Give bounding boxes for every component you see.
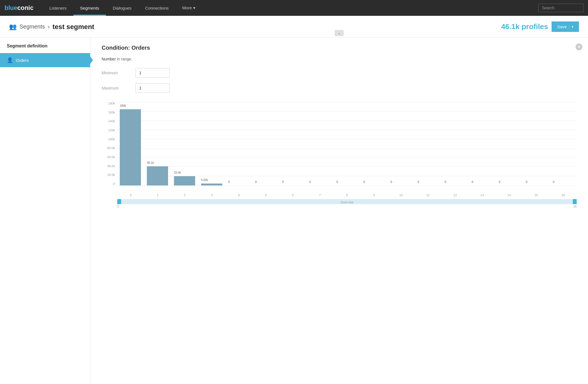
bar-col: 0 [361, 102, 387, 186]
bar-col: 5.02k [198, 102, 225, 186]
x-label: 8 [334, 192, 361, 197]
save-dropdown-arrow[interactable]: ▾ [569, 25, 573, 29]
maximum-row: Maximum [102, 83, 577, 93]
profiles-count: 46.1k profiles [501, 22, 548, 31]
y-label: 120k [108, 129, 115, 132]
nav-item-dialogues[interactable]: Dialogues [106, 0, 138, 16]
bar-value-label: 5.02k [201, 178, 208, 182]
bar-col: 0 [388, 102, 414, 186]
minimum-row: Minimum [102, 68, 577, 78]
bar[interactable]: 5.02k [201, 184, 222, 186]
bar-value-label: 0 [499, 180, 500, 184]
bar[interactable]: 22.4k [174, 176, 195, 186]
close-button[interactable]: ✕ [576, 43, 582, 50]
x-label: 6 [279, 192, 306, 197]
condition-description: Number in range. [102, 57, 577, 61]
bar-col: 0 [225, 102, 252, 186]
x-label: 16 [550, 192, 577, 197]
breadcrumb-current: test segment [53, 23, 94, 31]
bar-value-label: 0 [309, 180, 311, 184]
bar-col: 0 [523, 102, 550, 186]
collapse-button[interactable]: ⌄ [335, 30, 344, 36]
y-label: 20.0k [107, 173, 115, 176]
bar-col: 0 [307, 102, 333, 186]
condition-desc-suffix: in range. [117, 57, 132, 61]
sidebar: Segment definition 👤 Orders [0, 38, 90, 384]
zoom-bar[interactable]: Zoom bar [117, 199, 577, 204]
bar-value-label: 0 [472, 180, 473, 184]
y-label: 0 [113, 182, 115, 186]
zoom-range-labels: 0 16 [117, 205, 577, 208]
zoom-min-label: 0 [117, 205, 119, 208]
bar-value-label: 0 [417, 180, 419, 184]
zoom-bar-container: Zoom bar 0 16 [117, 199, 577, 208]
breadcrumb: 👥 Segments › test segment [9, 23, 501, 31]
segments-icon: 👥 [9, 23, 17, 30]
x-label: 0 [117, 192, 144, 197]
nav-item-segments[interactable]: Segments [73, 0, 106, 16]
bar-col: 0 [252, 102, 279, 186]
bar[interactable]: 182k [120, 109, 141, 186]
x-label: 12 [441, 192, 469, 197]
x-label: 3 [198, 192, 225, 197]
x-label: 2 [171, 192, 198, 197]
bar-value-label: 0 [391, 180, 392, 184]
y-label: 100k [108, 138, 115, 141]
x-axis: 012345678910111213141516 [117, 192, 577, 197]
sidebar-item-orders[interactable]: 👤 Orders [0, 53, 90, 67]
bar-col: 0 [550, 102, 577, 186]
bar-value-label: 0 [553, 180, 555, 184]
y-label: 180k [108, 102, 115, 105]
nav-bar: blueconic Listeners Segments Dialogues C… [0, 0, 588, 16]
x-label: 10 [387, 192, 415, 197]
condition-title: Condition: Orders [102, 45, 577, 51]
bar-value-label: 22.4k [174, 171, 181, 174]
page-header: 👥 Segments › test segment 46.1k profiles… [0, 16, 588, 38]
maximum-input[interactable] [136, 83, 169, 93]
search-input[interactable] [538, 4, 583, 12]
breadcrumb-parent[interactable]: Segments [19, 23, 45, 30]
x-label: 14 [496, 192, 523, 197]
sidebar-item-label: Orders [16, 58, 29, 63]
y-label: 40.0k [107, 165, 115, 168]
bar-value-label: 0 [282, 180, 284, 184]
nav-item-more[interactable]: More ▾ [175, 0, 202, 16]
bar-value-label: 0 [445, 180, 446, 184]
x-label: 13 [469, 192, 496, 197]
sidebar-title: Segment definition [0, 43, 90, 53]
bar-value-label: 0 [336, 180, 338, 184]
nav-item-listeners[interactable]: Listeners [43, 0, 73, 16]
x-label: 15 [523, 192, 550, 197]
zoom-handle-left[interactable] [117, 199, 121, 204]
save-button[interactable]: Save ▾ [552, 21, 579, 32]
nav-item-connections[interactable]: Connections [138, 0, 175, 16]
bar-col: 0 [280, 102, 306, 186]
bar-col: 22.4k [171, 102, 198, 186]
maximum-label: Maximum [102, 86, 130, 90]
x-label: 11 [415, 192, 442, 197]
nav-items: Listeners Segments Dialogues Connections… [43, 0, 538, 16]
bar-value-label: 182k [120, 104, 126, 107]
bar-col: 0 [334, 102, 360, 186]
minimum-input[interactable] [136, 68, 169, 78]
y-label: 80.0k [107, 147, 115, 150]
bar-value-label: 0 [228, 180, 230, 184]
logo-conic: conic [17, 4, 33, 12]
logo-blue: blue [5, 4, 17, 12]
bar-col: 46.1k [144, 102, 171, 186]
bar-value-label: 0 [526, 180, 528, 184]
header-right: 46.1k profiles Save ▾ [501, 21, 579, 32]
main-content: Segment definition 👤 Orders ⌄ ✕ Conditio… [0, 38, 588, 384]
x-label: 5 [252, 192, 280, 197]
bar[interactable]: 46.1k [147, 166, 168, 186]
bar-col: 0 [496, 102, 523, 186]
bar-value-label: 46.1k [147, 161, 154, 164]
bar-col: 0 [442, 102, 469, 186]
logo[interactable]: blueconic [5, 0, 34, 16]
bar-value-label: 0 [255, 180, 257, 184]
bar-col: 0 [469, 102, 496, 186]
zoom-handle-right[interactable] [573, 199, 577, 204]
y-axis: 020.0k40.0k60.0k80.0k100k120k140k160k180… [102, 102, 117, 192]
zoom-label: Zoom bar [117, 199, 577, 205]
chart-container: 020.0k40.0k60.0k80.0k100k120k140k160k180… [102, 102, 577, 192]
